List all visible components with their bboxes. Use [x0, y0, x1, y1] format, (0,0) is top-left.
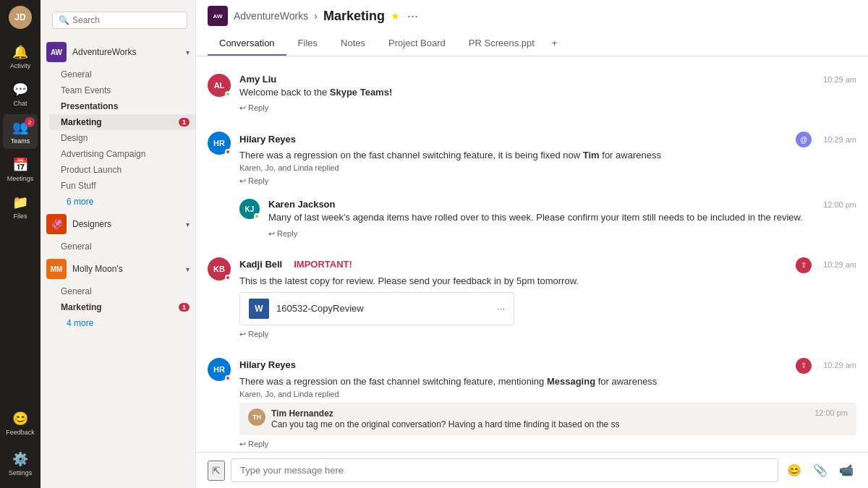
nav-item-files[interactable]: 📁 Files	[3, 189, 38, 224]
nav-item-teams[interactable]: 👥 Teams 2	[3, 114, 38, 149]
message-text: There was a regression on the fast chann…	[239, 149, 856, 162]
channel-marketing-mm[interactable]: Marketing 1	[49, 299, 195, 315]
message-content: Hilary Reyes @ 10:29 am There was a regr…	[239, 132, 856, 187]
tab-prscreens[interactable]: PR Screens.ppt	[457, 32, 546, 56]
message-row: AL Amy Liu 10:29 am Welcome back to the …	[196, 68, 868, 120]
channel-teamevents[interactable]: Team Events	[49, 82, 195, 98]
channel-title: Marketing	[323, 9, 385, 24]
meet-now-button[interactable]: 📹	[836, 461, 856, 480]
channel-general-mm[interactable]: General	[49, 283, 195, 299]
channel-name: Fun Stuff	[61, 181, 95, 191]
nav-item-feedback[interactable]: 😊 Feedback	[3, 406, 38, 440]
tab-conversation[interactable]: Conversation	[208, 32, 286, 56]
channel-productlaunch[interactable]: Product Launch	[49, 162, 195, 178]
team-designers[interactable]: 🦑 Designers ▾	[41, 210, 195, 239]
more-channels-aw[interactable]: 6 more	[49, 194, 195, 210]
nav-rail: JD 🔔 Activity 💬 Chat 👥 Teams 2 📅 Meeting…	[0, 0, 41, 488]
message-thread: HR Hilary Reyes @ 10:29 am There was a r…	[196, 126, 868, 245]
at-mention-icon: @	[796, 132, 812, 147]
busy-status-dot	[225, 149, 231, 155]
tab-notes[interactable]: Notes	[329, 32, 377, 56]
header-more-icon[interactable]: ···	[407, 9, 418, 24]
search-bar: 🔍	[52, 12, 187, 29]
team-name-adventureworks: AdventureWorks	[72, 47, 136, 57]
avatar-initials: HR	[213, 365, 225, 374]
avatar-initials: HR	[213, 139, 225, 147]
team-adventureworks[interactable]: AW AdventureWorks ▾	[41, 38, 195, 67]
file-more-icon[interactable]: ···	[497, 303, 505, 314]
messages-area: AL Amy Liu 10:29 am Welcome back to the …	[196, 56, 868, 452]
channel-badge-marketing: 1	[179, 118, 190, 127]
avatar: HR	[208, 132, 231, 155]
nav-label-meetings: Meetings	[7, 175, 34, 182]
reply-button[interactable]: ↩ Reply	[239, 438, 268, 450]
reply-button[interactable]: ↩ Reply	[239, 328, 268, 341]
message-text: There was a regression on the fast chann…	[239, 375, 856, 388]
avatar-initials: AL	[214, 81, 225, 90]
channel-funstuff[interactable]: Fun Stuff	[49, 178, 195, 194]
avatar: HR	[208, 358, 231, 381]
nav-item-meetings[interactable]: 📅 Meetings	[3, 152, 38, 187]
nav-label-files: Files	[13, 213, 27, 220]
channel-presentations[interactable]: Presentations	[49, 98, 195, 114]
nav-item-chat[interactable]: 💬 Chat	[3, 77, 38, 111]
team-avatar-adventureworks: AW	[46, 42, 67, 62]
busy-status-dot	[225, 375, 231, 381]
message-time: 10:29 am	[823, 361, 856, 369]
avatar-initials: KB	[213, 265, 225, 273]
replied-text: Karen, Jo, and Linda replied	[239, 390, 856, 398]
channel-name: General	[61, 69, 92, 80]
search-icon: 🔍	[59, 15, 69, 25]
message-row: HR Hilary Reyes ⇧ 10:29 am There was a r…	[196, 352, 868, 452]
user-avatar[interactable]: JD	[9, 6, 32, 29]
expand-compose-button[interactable]: ⇱	[208, 461, 225, 481]
online-status-dot	[254, 213, 260, 219]
reply-button[interactable]: ↩ Reply	[239, 175, 268, 187]
channel-marketing-aw[interactable]: Marketing 1	[49, 114, 195, 130]
nested-avatar: TH	[248, 408, 265, 426]
header-top: AW AdventureWorks › Marketing ★ ···	[208, 6, 856, 26]
message-input-area: ⇱ 😊 📎 📹	[196, 452, 868, 488]
attach-button[interactable]: 📎	[810, 461, 830, 480]
channel-general-aw[interactable]: General	[49, 67, 195, 82]
channel-name: Advertising Campaign	[61, 149, 145, 159]
nav-item-settings[interactable]: ⚙️ Settings	[3, 446, 38, 481]
message-input[interactable]	[231, 458, 778, 482]
message-sender: Karen Jackson	[268, 199, 336, 210]
team-name-mollymoons: Molly Moon's	[72, 264, 123, 274]
avatar: KJ	[239, 199, 260, 219]
channel-advertising[interactable]: Advertising Campaign	[49, 146, 195, 162]
main-header: AW AdventureWorks › Marketing ★ ··· Conv…	[196, 0, 868, 56]
channel-badge-marketing-mm: 1	[179, 303, 190, 312]
message-sender: Hilary Reyes	[239, 134, 296, 145]
team-mollymoons[interactable]: MM Molly Moon's ▾	[41, 254, 195, 283]
file-attachment[interactable]: W 160532-CopyReview ···	[239, 292, 514, 325]
reply-button[interactable]: ↩ Reply	[268, 228, 297, 240]
nav-item-activity[interactable]: 🔔 Activity	[3, 39, 38, 74]
nav-label-feedback: Feedback	[6, 429, 35, 436]
channel-name: General	[61, 241, 92, 252]
important-label: IMPORTANT!	[294, 259, 352, 270]
favorite-star-icon[interactable]: ★	[391, 10, 400, 22]
chevron-icon-designers: ▾	[186, 221, 190, 228]
reply-button[interactable]: ↩ Reply	[239, 102, 268, 114]
channel-list-adventureworks: General Team Events Presentations Market…	[41, 67, 195, 210]
search-input[interactable]	[72, 15, 181, 25]
emoji-button[interactable]: 😊	[784, 461, 804, 480]
nav-label-chat: Chat	[13, 100, 27, 107]
files-icon: 📁	[12, 194, 28, 210]
tab-add-button[interactable]: +	[546, 32, 563, 56]
team-avatar-mollymoons: MM	[46, 259, 67, 279]
tab-projectboard[interactable]: Project Board	[377, 32, 457, 56]
more-channels-mm[interactable]: 4 more	[49, 315, 195, 331]
channel-name: Product Launch	[61, 165, 122, 175]
avatar: AL	[208, 74, 231, 97]
nav-label-activity: Activity	[10, 62, 31, 69]
channel-name: Team Events	[61, 85, 111, 95]
tab-files[interactable]: Files	[286, 32, 329, 56]
channel-design[interactable]: Design	[49, 130, 195, 146]
activity-icon: 🔔	[12, 44, 28, 60]
channel-general-designers[interactable]: General	[49, 239, 195, 254]
share-icon: ⇧	[796, 358, 812, 374]
channel-list-designers: General	[41, 239, 195, 254]
